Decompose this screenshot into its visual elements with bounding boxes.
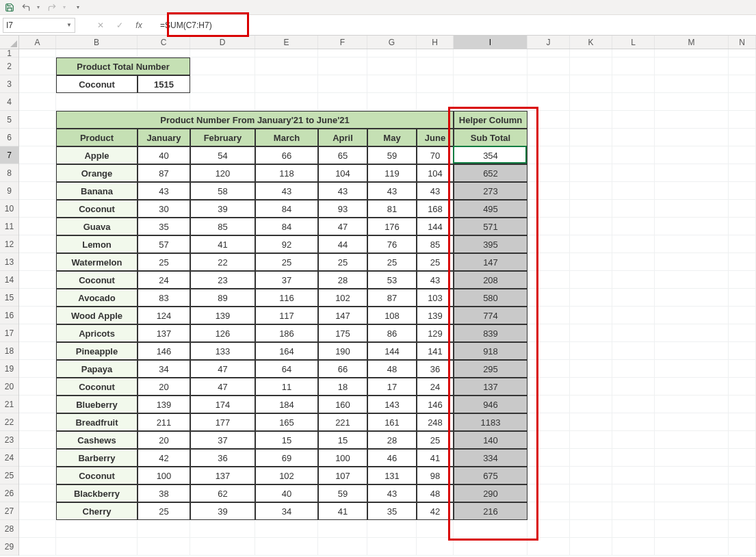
column-header-B[interactable]: B: [56, 36, 138, 49]
cell[interactable]: [527, 307, 570, 324]
data-cell[interactable]: 41: [190, 235, 255, 253]
data-cell[interactable]: 25: [138, 253, 190, 271]
column-header-N[interactable]: N: [729, 36, 756, 49]
data-cell[interactable]: 35: [367, 502, 417, 520]
cell[interactable]: [367, 520, 417, 538]
column-header-D[interactable]: D: [190, 36, 255, 49]
cell[interactable]: [729, 449, 756, 467]
data-cell[interactable]: 104: [318, 164, 367, 182]
data-cell[interactable]: 85: [417, 235, 454, 253]
data-cell[interactable]: 133: [190, 342, 255, 360]
cell[interactable]: [612, 324, 655, 342]
cell[interactable]: [19, 111, 56, 129]
data-cell[interactable]: 64: [255, 360, 318, 378]
cell[interactable]: [527, 502, 570, 520]
cell[interactable]: [655, 182, 729, 200]
row-header-15[interactable]: 15: [0, 289, 18, 307]
data-cell[interactable]: 87: [367, 289, 417, 307]
cell[interactable]: [454, 520, 527, 538]
cell[interactable]: [19, 467, 56, 484]
cell[interactable]: [612, 396, 655, 413]
subtotal-cell[interactable]: 918: [454, 342, 527, 360]
data-cell[interactable]: 103: [417, 289, 454, 307]
data-cell[interactable]: 139: [138, 396, 190, 413]
cell[interactable]: [454, 75, 527, 93]
subtotal-cell[interactable]: 571: [454, 218, 527, 235]
cell[interactable]: [527, 360, 570, 378]
data-cell[interactable]: 28: [367, 431, 417, 449]
cell[interactable]: [729, 484, 756, 502]
data-cell[interactable]: 117: [255, 307, 318, 324]
save-icon[interactable]: [4, 2, 15, 13]
cell[interactable]: [729, 111, 756, 129]
data-cell[interactable]: 40: [255, 484, 318, 502]
data-cell[interactable]: 124: [138, 307, 190, 324]
subtotal-cell[interactable]: 140: [454, 431, 527, 449]
cell[interactable]: [612, 182, 655, 200]
cell[interactable]: [190, 49, 255, 57]
cell[interactable]: [527, 467, 570, 484]
row-header-19[interactable]: 19: [0, 360, 18, 378]
data-cell[interactable]: 168: [417, 200, 454, 218]
data-cell[interactable]: 25: [318, 253, 367, 271]
cell[interactable]: [570, 218, 612, 235]
data-cell[interactable]: 87: [138, 164, 190, 182]
cell[interactable]: [417, 75, 454, 93]
cell[interactable]: [19, 129, 56, 146]
data-cell[interactable]: 34: [138, 360, 190, 378]
cell[interactable]: [570, 520, 612, 538]
cell[interactable]: [729, 57, 756, 75]
data-cell[interactable]: 35: [138, 218, 190, 235]
subtotal-cell[interactable]: 395: [454, 235, 527, 253]
data-cell[interactable]: 137: [190, 467, 255, 484]
data-cell[interactable]: 42: [138, 449, 190, 467]
cell[interactable]: [612, 111, 655, 129]
cell[interactable]: [570, 360, 612, 378]
cell[interactable]: [190, 538, 255, 556]
cell[interactable]: [612, 218, 655, 235]
cell[interactable]: [729, 164, 756, 182]
cell[interactable]: [729, 146, 756, 164]
cell[interactable]: [19, 93, 56, 111]
data-cell[interactable]: 69: [255, 449, 318, 467]
cell[interactable]: [570, 467, 612, 484]
data-cell[interactable]: 186: [255, 324, 318, 342]
cell[interactable]: [655, 57, 729, 75]
row-header-17[interactable]: 17: [0, 324, 18, 342]
data-cell[interactable]: 43: [367, 182, 417, 200]
cell[interactable]: [612, 93, 655, 111]
cell[interactable]: [570, 75, 612, 93]
data-cell[interactable]: 98: [417, 467, 454, 484]
data-cell[interactable]: 143: [367, 396, 417, 413]
cell[interactable]: [612, 57, 655, 75]
cell[interactable]: [19, 182, 56, 200]
data-cell[interactable]: 41: [417, 449, 454, 467]
data-cell[interactable]: 59: [367, 146, 417, 164]
cell[interactable]: [318, 93, 367, 111]
row-header-11[interactable]: 11: [0, 218, 18, 235]
row-header-3[interactable]: 3: [0, 75, 18, 93]
subtotal-cell[interactable]: 216: [454, 502, 527, 520]
subtotal-cell[interactable]: 495: [454, 200, 527, 218]
cell[interactable]: [729, 289, 756, 307]
data-cell[interactable]: 102: [318, 289, 367, 307]
data-cell[interactable]: 81: [367, 200, 417, 218]
data-cell[interactable]: 23: [190, 271, 255, 289]
row-header-20[interactable]: 20: [0, 378, 18, 396]
data-cell[interactable]: 59: [318, 484, 367, 502]
cell[interactable]: [19, 538, 56, 556]
cell[interactable]: [729, 218, 756, 235]
cell[interactable]: [655, 93, 729, 111]
cell[interactable]: [454, 93, 527, 111]
cell[interactable]: [612, 520, 655, 538]
data-cell[interactable]: 116: [255, 289, 318, 307]
cell[interactable]: [729, 307, 756, 324]
data-cell[interactable]: 66: [255, 146, 318, 164]
cell[interactable]: [729, 538, 756, 556]
row-header-1[interactable]: 1: [0, 49, 18, 57]
data-cell[interactable]: 119: [367, 164, 417, 182]
cell[interactable]: [19, 502, 56, 520]
cell[interactable]: [655, 360, 729, 378]
subtotal-cell[interactable]: 946: [454, 396, 527, 413]
cell[interactable]: [570, 378, 612, 396]
